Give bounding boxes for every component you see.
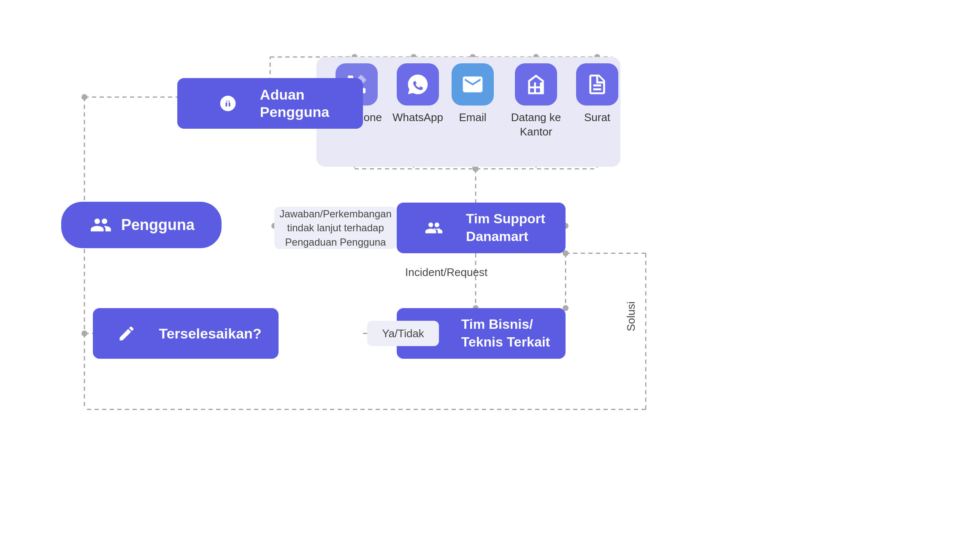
email-icon-box [452, 63, 494, 106]
tim-support-label: Tim Support Danamart [466, 210, 545, 245]
pengguna-node: Pengguna [61, 202, 222, 248]
channel-email: Email [452, 63, 494, 125]
tim-support-node: Tim Support Danamart [397, 203, 566, 253]
tim-bisnis-label: Tim Bisnis/ Teknis Terkait [461, 316, 550, 351]
pengguna-icon [90, 214, 112, 236]
tim-support-icon-box [417, 211, 451, 245]
ya-tidak-note: Ya/Tidak [367, 321, 439, 346]
whatsapp-icon [406, 73, 430, 96]
pengguna-icon-box [88, 212, 114, 238]
aduan-pengguna-label: Aduan Pengguna [260, 86, 329, 121]
incident-label: Incident/Request [405, 266, 487, 279]
pengguna-label: Pengguna [121, 216, 195, 234]
datang-icon-box [515, 63, 557, 106]
aduan-icon [219, 94, 237, 113]
surat-icon-box [576, 63, 618, 106]
jawaban-note: Jawaban/Perkembangantindak lanjut terhad… [274, 207, 397, 249]
terselesaikan-node: Terselesaikan? [93, 308, 279, 359]
solusi-label: Solusi [625, 274, 638, 359]
datang-label: Datang ke Kantor [511, 111, 561, 139]
aduan-icon-box [211, 87, 245, 120]
channel-datang: Datang ke Kantor [511, 63, 561, 139]
diagram-container: Telephone WhatsApp Email Datang ke Kanto… [0, 0, 980, 547]
channel-whatsapp: WhatsApp [393, 63, 443, 125]
support-icon [425, 219, 443, 237]
edit-icon [117, 324, 136, 343]
building-icon [524, 73, 548, 96]
whatsapp-label: WhatsApp [393, 111, 443, 125]
svg-point-28 [81, 330, 87, 336]
svg-point-35 [473, 166, 479, 172]
jawaban-text: Jawaban/Perkembangantindak lanjut terhad… [279, 207, 392, 249]
email-label: Email [459, 111, 486, 125]
document-icon [585, 73, 609, 96]
aduan-pengguna-node: Aduan Pengguna [177, 78, 363, 129]
terselesaikan-icon-box [110, 317, 143, 350]
channel-surat: Surat [576, 63, 618, 125]
ya-tidak-text: Ya/Tidak [382, 326, 424, 341]
email-icon [461, 73, 485, 96]
svg-point-26 [81, 94, 87, 100]
surat-label: Surat [584, 111, 610, 125]
terselesaikan-label: Terselesaikan? [159, 325, 261, 342]
whatsapp-icon-box [397, 63, 439, 106]
